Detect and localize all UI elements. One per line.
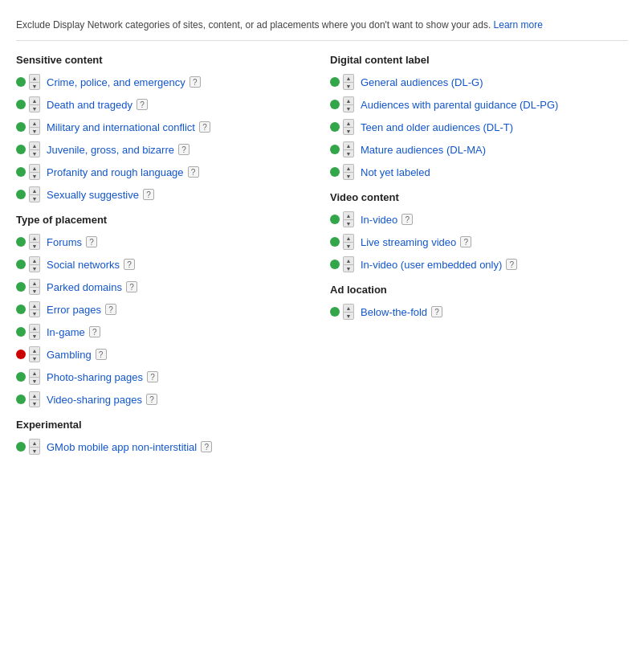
item-label[interactable]: Mature audiences (DL-MA) [361, 144, 486, 156]
item-label[interactable]: Gambling [47, 349, 92, 361]
item-control[interactable]: ▲▼ [16, 279, 40, 295]
help-icon[interactable]: ? [86, 236, 97, 247]
help-icon[interactable]: ? [460, 236, 471, 247]
sort-arrows[interactable]: ▲▼ [29, 439, 40, 455]
arrow-up[interactable]: ▲ [29, 346, 40, 354]
sort-arrows[interactable]: ▲▼ [343, 304, 354, 320]
arrow-down[interactable]: ▼ [29, 194, 40, 202]
item-control[interactable]: ▲▼ [16, 186, 40, 202]
arrow-down[interactable]: ▼ [343, 264, 354, 272]
sort-arrows[interactable]: ▲▼ [29, 119, 40, 135]
sort-arrows[interactable]: ▲▼ [29, 256, 40, 272]
item-label[interactable]: Live streaming video [361, 236, 456, 248]
item-control[interactable]: ▲▼ [330, 119, 354, 135]
item-label[interactable]: Not yet labeled [361, 166, 430, 178]
arrow-up[interactable]: ▲ [29, 256, 40, 264]
arrow-up[interactable]: ▲ [343, 234, 354, 242]
arrow-down[interactable]: ▼ [29, 264, 40, 272]
arrow-down[interactable]: ▼ [343, 127, 354, 135]
help-icon[interactable]: ? [105, 304, 116, 315]
arrow-up[interactable]: ▲ [343, 164, 354, 172]
item-label[interactable]: In-video (user embedded only) [361, 259, 502, 271]
sort-arrows[interactable]: ▲▼ [343, 119, 354, 135]
item-control[interactable]: ▲▼ [16, 164, 40, 180]
arrow-up[interactable]: ▲ [343, 141, 354, 149]
sort-arrows[interactable]: ▲▼ [29, 346, 40, 362]
help-icon[interactable]: ? [146, 394, 157, 405]
sort-arrows[interactable]: ▲▼ [29, 96, 40, 112]
sort-arrows[interactable]: ▲▼ [343, 256, 354, 272]
item-control[interactable]: ▲▼ [16, 346, 40, 362]
item-label[interactable]: Parked domains [47, 281, 122, 293]
sort-arrows[interactable]: ▲▼ [29, 234, 40, 250]
item-control[interactable]: ▲▼ [16, 439, 40, 455]
help-icon[interactable]: ? [96, 349, 107, 360]
arrow-up[interactable]: ▲ [343, 211, 354, 219]
sort-arrows[interactable]: ▲▼ [29, 301, 40, 317]
help-icon[interactable]: ? [401, 214, 413, 225]
arrow-up[interactable]: ▲ [29, 141, 40, 149]
item-control[interactable]: ▲▼ [16, 96, 40, 112]
help-icon[interactable]: ? [199, 121, 210, 133]
arrow-down[interactable]: ▼ [29, 172, 40, 180]
item-label[interactable]: Military and international conflict [47, 121, 195, 133]
item-control[interactable]: ▲▼ [330, 304, 354, 320]
help-icon[interactable]: ? [190, 76, 201, 88]
arrow-up[interactable]: ▲ [29, 369, 40, 377]
arrow-up[interactable]: ▲ [29, 234, 40, 242]
arrow-up[interactable]: ▲ [29, 119, 40, 127]
help-icon[interactable]: ? [431, 306, 442, 317]
item-label[interactable]: Teen and older audiences (DL-T) [361, 121, 513, 133]
arrow-down[interactable]: ▼ [343, 312, 354, 320]
item-control[interactable]: ▲▼ [16, 324, 40, 340]
arrow-down[interactable]: ▼ [29, 332, 40, 340]
arrow-up[interactable]: ▲ [29, 74, 40, 82]
item-label[interactable]: Audiences with parental guidance (DL-PG) [361, 99, 558, 111]
arrow-down[interactable]: ▼ [29, 309, 40, 317]
help-icon[interactable]: ? [124, 259, 135, 270]
arrow-down[interactable]: ▼ [29, 287, 40, 295]
help-icon[interactable]: ? [143, 189, 154, 200]
item-label[interactable]: Death and tragedy [47, 99, 132, 111]
item-control[interactable]: ▲▼ [330, 234, 354, 250]
arrow-down[interactable]: ▼ [343, 242, 354, 250]
item-control[interactable]: ▲▼ [16, 141, 40, 157]
arrow-down[interactable]: ▼ [29, 242, 40, 250]
arrow-up[interactable]: ▲ [29, 96, 40, 104]
item-control[interactable]: ▲▼ [16, 391, 40, 407]
arrow-down[interactable]: ▼ [343, 149, 354, 157]
sort-arrows[interactable]: ▲▼ [29, 74, 40, 90]
sort-arrows[interactable]: ▲▼ [29, 369, 40, 385]
sort-arrows[interactable]: ▲▼ [29, 186, 40, 202]
item-control[interactable]: ▲▼ [16, 119, 40, 135]
item-control[interactable]: ▲▼ [16, 256, 40, 272]
item-control[interactable]: ▲▼ [16, 234, 40, 250]
item-label[interactable]: Photo-sharing pages [47, 371, 143, 383]
help-icon[interactable]: ? [89, 326, 100, 337]
arrow-up[interactable]: ▲ [343, 74, 354, 82]
item-control[interactable]: ▲▼ [16, 301, 40, 317]
sort-arrows[interactable]: ▲▼ [343, 211, 354, 227]
arrow-up[interactable]: ▲ [29, 279, 40, 287]
arrow-down[interactable]: ▼ [29, 104, 40, 112]
sort-arrows[interactable]: ▲▼ [343, 74, 354, 90]
arrow-down[interactable]: ▼ [343, 104, 354, 112]
item-control[interactable]: ▲▼ [16, 74, 40, 90]
arrow-up[interactable]: ▲ [29, 164, 40, 172]
item-label[interactable]: GMob mobile app non-interstitial [47, 441, 197, 453]
item-label[interactable]: Juvenile, gross, and bizarre [47, 144, 174, 156]
sort-arrows[interactable]: ▲▼ [29, 164, 40, 180]
item-label[interactable]: In-game [47, 326, 85, 338]
arrow-up[interactable]: ▲ [343, 256, 354, 264]
item-label[interactable]: Social networks [47, 259, 120, 271]
arrow-down[interactable]: ▼ [29, 82, 40, 90]
item-label[interactable]: Video-sharing pages [47, 394, 142, 406]
item-label[interactable]: Profanity and rough language [47, 166, 184, 178]
arrow-up[interactable]: ▲ [29, 324, 40, 332]
arrow-down[interactable]: ▼ [29, 149, 40, 157]
arrow-up[interactable]: ▲ [29, 391, 40, 399]
item-label[interactable]: In-video [361, 214, 397, 226]
item-control[interactable]: ▲▼ [330, 211, 354, 227]
help-icon[interactable]: ? [506, 259, 517, 270]
sort-arrows[interactable]: ▲▼ [29, 391, 40, 407]
